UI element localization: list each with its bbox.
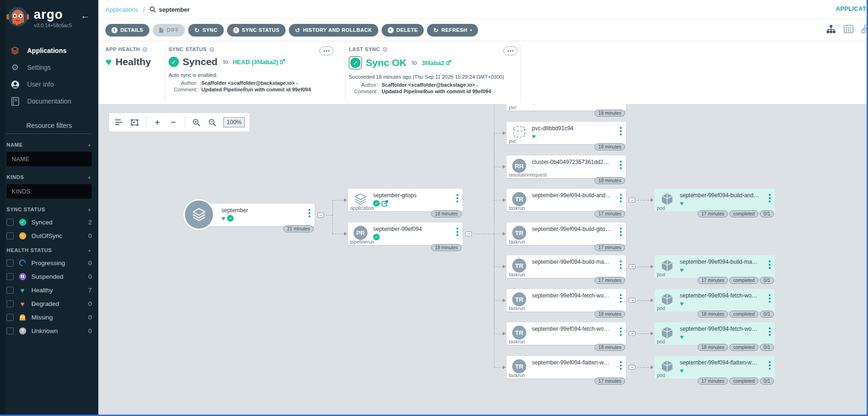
help-icon[interactable]: ? <box>383 47 388 52</box>
healthy-heart-icon: ♥ <box>680 200 684 207</box>
collapse-children-handle[interactable]: – <box>629 365 635 370</box>
node-menu-kebab-icon[interactable] <box>620 361 622 370</box>
taskrun-node[interactable]: TRtaskrunseptember-99ef094-flatten-w…17 … <box>507 356 626 379</box>
collapse-children-handle[interactable]: – <box>629 331 635 336</box>
collapse-children-handle[interactable]: – <box>629 264 635 269</box>
application-node[interactable]: september♥✓21 minutes <box>199 204 315 226</box>
node-menu-kebab-icon[interactable] <box>456 194 458 202</box>
sidebar-item-documentation[interactable]: Documentation <box>0 93 98 110</box>
last-sync-more-button[interactable] <box>503 46 517 55</box>
magnifier-minus-icon[interactable] <box>207 118 217 127</box>
node-menu-kebab-icon[interactable] <box>620 127 622 135</box>
node-menu-kebab-icon[interactable] <box>620 260 622 269</box>
diff-button[interactable]: DIFF <box>153 24 185 37</box>
sync-filter-outofsync: ↑OutOfSync0 <box>7 232 92 239</box>
zoom-out-minus-icon[interactable]: − <box>169 118 178 127</box>
checkbox[interactable] <box>7 219 14 226</box>
pod-node[interactable]: podseptember-99ef094-fetch-wo…♥18 minute… <box>655 289 775 312</box>
node-status-icons: ✓ <box>373 233 380 240</box>
checkbox[interactable] <box>7 287 14 294</box>
sidebar-collapse-icon[interactable]: ← <box>81 10 90 21</box>
last-sync-target-link[interactable]: 3f4aba2 <box>422 59 451 67</box>
sync-status-more-button[interactable] <box>319 46 333 55</box>
argo-logo-icon <box>6 5 30 29</box>
checkbox[interactable] <box>7 232 14 239</box>
checkbox[interactable] <box>7 327 14 334</box>
taskrun-node[interactable]: TRtaskrunseptember-99ef094-build-and…17 … <box>507 189 626 211</box>
taskrun-node[interactable]: TRtaskrunseptember-99ef094-fetch-wo…18 m… <box>507 322 626 345</box>
node-menu-kebab-icon[interactable] <box>769 327 771 336</box>
grid-view-icon[interactable] <box>844 24 853 34</box>
node-status-icons: ♥ <box>532 104 536 106</box>
node-menu-kebab-icon[interactable] <box>769 194 771 202</box>
sidebar-item-settings[interactable]: ⚙Settings <box>0 59 98 76</box>
delete-button[interactable]: ×DELETE <box>382 24 424 37</box>
badge: 21 minutes <box>283 225 314 232</box>
collapse-children-handle[interactable]: – <box>317 213 324 217</box>
node-menu-kebab-icon[interactable] <box>309 209 310 217</box>
edge-arrow-icon <box>503 298 506 302</box>
collapse-caret-icon[interactable]: ▲ <box>87 175 92 179</box>
taskrun-node[interactable]: TRtaskrunseptember-99ef094-build-gito…17… <box>507 223 626 245</box>
name-filter-input[interactable] <box>7 152 92 166</box>
help-icon[interactable]: ? <box>209 47 214 52</box>
pod-node[interactable]: podseptember-99ef094-build-and…♥17 minut… <box>655 189 775 211</box>
node-status-icons: ♥ <box>680 266 684 273</box>
collapse-caret-icon[interactable]: ▲ <box>87 248 92 253</box>
sidebar-item-user-info[interactable]: User Info <box>0 76 98 93</box>
node-menu-kebab-icon[interactable] <box>620 327 622 336</box>
pipelinerun-node[interactable]: PRpipelinerunseptember-99ef094✓18 minute… <box>348 223 463 245</box>
zoom-level-value[interactable]: 100% <box>223 117 245 127</box>
collapse-children-handle[interactable]: – <box>629 198 635 202</box>
history-and-rollback-button[interactable]: ↺HISTORY AND ROLLBACK <box>289 24 378 37</box>
node-menu-kebab-icon[interactable] <box>620 194 622 202</box>
kinds-filter-input[interactable] <box>7 184 92 199</box>
refresh-button[interactable]: ↻REFRESH▾ <box>427 24 478 37</box>
node-title: september-99ef094-fetch-wo… <box>680 292 757 299</box>
magnifier-plus-icon[interactable] <box>191 118 201 127</box>
taskrun-node[interactable]: TRtaskrunseptember-99ef094-build-ma…17 m… <box>507 255 626 278</box>
checkbox[interactable] <box>7 300 14 307</box>
external-link-icon[interactable] <box>382 200 388 207</box>
healthy-status-icon: ♥ <box>19 286 26 294</box>
node-menu-kebab-icon[interactable] <box>769 294 771 303</box>
sidebar-item-applications[interactable]: Applications <box>0 42 98 59</box>
sync-target-link[interactable]: HEAD (3f4aba2) <box>233 59 286 66</box>
help-icon[interactable]: ? <box>142 47 147 52</box>
badge: 18 minutes <box>431 244 462 251</box>
node-menu-kebab-icon[interactable] <box>456 228 458 236</box>
pvc-node[interactable]: pvcpvc-d8bbd91c94♥18 minutes <box>507 122 626 144</box>
layout-align-icon[interactable] <box>114 118 123 127</box>
pod-node[interactable]: podseptember-99ef094-fetch-wo…♥18 minute… <box>655 322 775 345</box>
node-menu-kebab-icon[interactable] <box>620 228 622 236</box>
taskrun-icon: TR <box>511 325 527 341</box>
zoom-in-plus-icon[interactable]: + <box>153 118 162 127</box>
sync-button[interactable]: ↻SYNC <box>188 24 223 37</box>
sync-status-button[interactable]: iSYNC STATUS <box>227 24 286 37</box>
collapse-children-handle[interactable]: – <box>465 231 472 236</box>
pvc-node[interactable]: pvc♥18 minutes <box>507 104 626 111</box>
node-menu-kebab-icon[interactable] <box>620 161 622 169</box>
checkbox[interactable] <box>7 314 14 321</box>
collapse-caret-icon[interactable]: ▲ <box>87 207 92 212</box>
collapse-children-handle[interactable]: – <box>629 298 635 303</box>
taskrun-node[interactable]: TRtaskrunseptember-99ef094-fetch-wo…18 m… <box>507 289 626 312</box>
node-menu-kebab-icon[interactable] <box>620 294 622 303</box>
resource-tree-canvas[interactable]: + − 100% september♥✓21 minutes–applicati… <box>98 104 868 416</box>
checkbox[interactable] <box>7 273 14 280</box>
node-menu-kebab-icon[interactable] <box>769 260 771 269</box>
collapse-caret-icon[interactable]: ▲ <box>87 142 92 147</box>
application-node[interactable]: applicationseptember-gitops✓18 minutes <box>348 189 463 211</box>
applications-right-link[interactable]: APPLICATIO <box>836 6 868 12</box>
pod-node[interactable]: podseptember-99ef094-flatten-w…♥17 minut… <box>655 356 775 379</box>
resolutionrequest-node[interactable]: RRresolutionrequestcluster-0b40497235736… <box>507 156 626 178</box>
fit-to-view-icon[interactable] <box>130 118 139 127</box>
button-label: DETAILS <box>120 27 143 33</box>
view-toggle-icons <box>826 24 868 34</box>
node-menu-kebab-icon[interactable] <box>769 361 771 370</box>
details-button[interactable]: iDETAILS <box>105 24 149 37</box>
breadcrumb-applications-link[interactable]: Applications <box>105 6 138 13</box>
tree-view-icon[interactable] <box>826 24 836 34</box>
checkbox[interactable] <box>7 260 14 267</box>
pod-node[interactable]: podseptember-99ef094-build-ma…♥17 minute… <box>655 255 775 278</box>
